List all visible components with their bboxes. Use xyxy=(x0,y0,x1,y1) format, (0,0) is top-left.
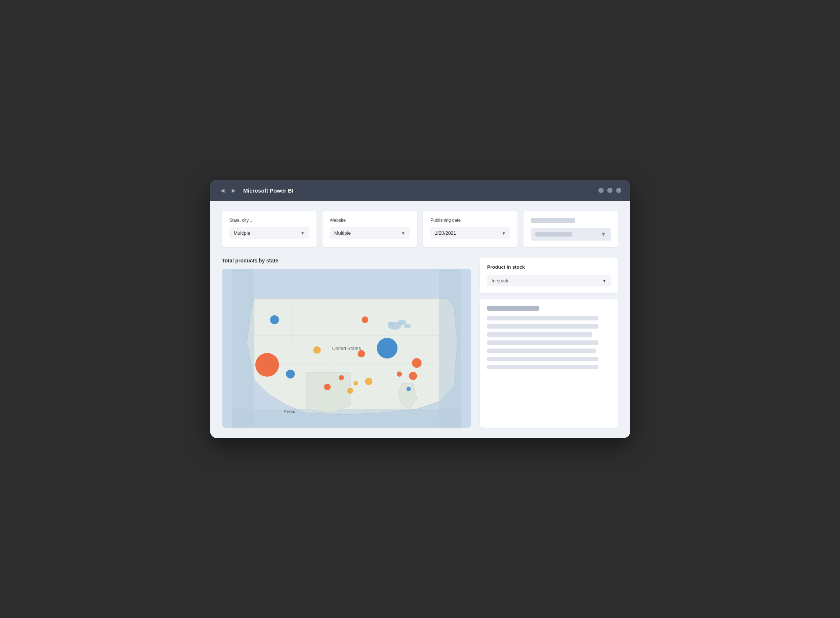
publishing-date-value: 1/20/2021 xyxy=(435,230,456,236)
publishing-date-chevron-icon: ▼ xyxy=(502,231,506,235)
state-city-label: State, city... xyxy=(230,218,309,223)
stock-value: In stock xyxy=(492,278,508,284)
data-row xyxy=(487,340,599,345)
svg-point-3 xyxy=(404,324,411,328)
website-chevron-icon: ▼ xyxy=(401,231,405,235)
data-row xyxy=(487,316,599,321)
state-city-filter-card: State, city... Multiple ▼ xyxy=(222,211,317,247)
filter-row: State, city... Multiple ▼ Website Multip… xyxy=(222,211,618,247)
map-svg: United States Mexico xyxy=(222,269,471,428)
stock-card: Product in stock In stock ▼ xyxy=(480,258,618,293)
svg-point-19 xyxy=(409,372,417,380)
data-row xyxy=(487,349,596,353)
placeholder-chevron-icon: ▼ xyxy=(601,231,607,238)
website-value: Multiple xyxy=(334,230,351,236)
placeholder-filter-card: ▼ xyxy=(523,211,618,247)
data-header-bar xyxy=(487,306,539,311)
svg-point-24 xyxy=(324,384,330,390)
window-dot-1 xyxy=(599,188,604,193)
svg-point-25 xyxy=(361,316,368,323)
right-panel: Product in stock In stock ▼ xyxy=(480,258,618,428)
nav-arrows: ◀ ▶ xyxy=(219,187,237,194)
svg-point-21 xyxy=(313,346,321,354)
placeholder-select[interactable]: ▼ xyxy=(531,228,610,241)
window-dot-3 xyxy=(616,188,621,193)
data-row xyxy=(487,357,599,361)
app-title: Microsoft Power BI xyxy=(243,187,599,194)
website-filter-card: Website Multiple ▼ xyxy=(323,211,417,247)
svg-point-23 xyxy=(347,388,353,394)
svg-point-28 xyxy=(406,386,411,391)
svg-text:Mexico: Mexico xyxy=(283,410,295,414)
main-row: Total products by state xyxy=(222,258,618,428)
svg-point-22 xyxy=(365,378,372,385)
website-label: Website xyxy=(330,218,410,223)
svg-point-20 xyxy=(358,350,365,357)
state-city-chevron-icon: ▼ xyxy=(301,231,305,235)
website-select[interactable]: Multiple ▼ xyxy=(330,227,410,239)
map-section: Total products by state xyxy=(222,258,471,428)
placeholder-select-inner xyxy=(535,232,572,236)
svg-text:United States: United States xyxy=(332,346,361,351)
stock-select[interactable]: In stock ▼ xyxy=(487,275,611,287)
state-city-value: Multiple xyxy=(234,230,250,236)
titlebar: ◀ ▶ Microsoft Power BI xyxy=(210,180,630,201)
svg-point-4 xyxy=(388,322,394,325)
stock-chevron-icon: ▼ xyxy=(603,279,607,283)
svg-point-26 xyxy=(339,375,344,380)
window-dot-2 xyxy=(607,188,612,193)
svg-point-15 xyxy=(377,338,397,358)
map-container[interactable]: United States Mexico xyxy=(222,269,471,428)
browser-window: ◀ ▶ Microsoft Power BI State, city... Mu… xyxy=(210,180,630,438)
svg-rect-6 xyxy=(439,269,461,428)
publishing-date-select[interactable]: 1/20/2021 ▼ xyxy=(430,227,510,239)
svg-point-29 xyxy=(354,381,358,386)
nav-back-button[interactable]: ◀ xyxy=(219,187,227,194)
data-row xyxy=(487,324,599,328)
svg-point-14 xyxy=(255,353,279,377)
svg-point-27 xyxy=(397,371,402,377)
content-area: State, city... Multiple ▼ Website Multip… xyxy=(210,201,630,438)
data-row xyxy=(487,365,599,369)
svg-rect-7 xyxy=(232,409,461,428)
svg-point-18 xyxy=(412,358,421,368)
publishing-date-label: Publishing date xyxy=(430,218,510,223)
data-row xyxy=(487,332,592,337)
stock-label: Product in stock xyxy=(487,264,611,270)
state-city-select[interactable]: Multiple ▼ xyxy=(230,227,309,239)
data-card xyxy=(480,299,618,428)
svg-point-17 xyxy=(286,370,295,379)
publishing-date-filter-card: Publishing date 1/20/2021 ▼ xyxy=(423,211,517,247)
svg-point-16 xyxy=(270,315,279,324)
placeholder-bar-top xyxy=(531,218,575,223)
map-title: Total products by state xyxy=(222,258,471,263)
svg-rect-5 xyxy=(232,269,254,428)
nav-forward-button[interactable]: ▶ xyxy=(230,187,237,194)
window-controls xyxy=(599,188,621,193)
